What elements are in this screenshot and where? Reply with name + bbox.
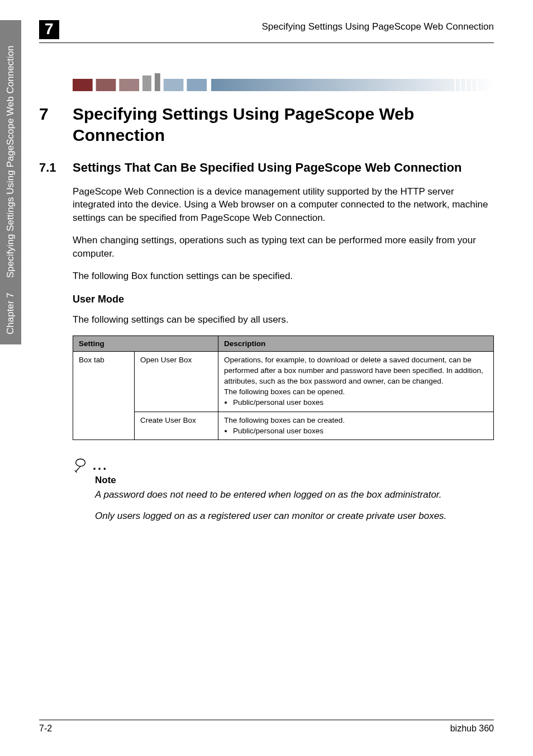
- section-title-text: Settings That Can Be Specified Using Pag…: [73, 160, 494, 176]
- cell-desc-open: Operations, for example, to download or …: [218, 352, 494, 412]
- svg-rect-3: [142, 75, 151, 91]
- gradient-bars-icon: [73, 73, 494, 91]
- desc-text-2a: The following boxes can be created.: [224, 416, 345, 424]
- note-icon-row: ...: [73, 457, 494, 474]
- cell-sub-create: Create User Box: [135, 412, 218, 440]
- bullet-item: Public/personal user boxes: [233, 426, 488, 437]
- decorative-bar: [73, 65, 494, 91]
- paragraph-1: PageScope Web Connection is a device man…: [73, 185, 494, 225]
- settings-table: Setting Description Box tab Open User Bo…: [73, 336, 494, 440]
- svg-rect-4: [155, 73, 160, 91]
- bullet-list-1: Public/personal user boxes: [233, 398, 488, 408]
- note-label: Note: [95, 475, 494, 486]
- note-block: ... Note A password does not need to be …: [73, 457, 494, 523]
- page-footer: 7-2 bizhub 360: [39, 720, 494, 734]
- bullet-list-2: Public/personal user boxes: [233, 426, 488, 437]
- svg-point-13: [76, 459, 85, 466]
- svg-rect-0: [73, 79, 93, 91]
- cell-sub-open: Open User Box: [135, 352, 218, 412]
- chapter-title-text: Specifying Settings Using PageScope Web …: [73, 103, 494, 145]
- note-dots: ...: [93, 460, 108, 474]
- footer-page-num: 7-2: [39, 724, 52, 734]
- svg-rect-7: [211, 79, 494, 91]
- cell-setting: Box tab: [73, 352, 135, 440]
- chapter-number: 7: [39, 103, 73, 125]
- note-text-1: A password does not need to be entered w…: [95, 488, 494, 502]
- svg-line-14: [76, 466, 80, 471]
- subhead-intro: The following settings can be specified …: [73, 313, 494, 327]
- paragraph-3: The following Box function settings can …: [73, 270, 494, 283]
- section-title: 7.1 Settings That Can Be Specified Using…: [73, 160, 494, 176]
- bullet-item: Public/personal user boxes: [233, 398, 488, 408]
- table-row: Box tab Open User Box Operations, for ex…: [73, 352, 494, 412]
- desc-text-1a: Operations, for example, to download or …: [224, 356, 483, 385]
- svg-rect-2: [119, 79, 139, 91]
- running-head: Specifying Settings Using PageScope Web …: [69, 20, 494, 32]
- paragraph-2: When changing settings, operations such …: [73, 234, 494, 261]
- note-text-2: Only users logged on as a registered use…: [95, 509, 494, 523]
- svg-rect-6: [187, 79, 207, 91]
- svg-rect-5: [164, 79, 184, 91]
- chapter-title: 7 Specifying Settings Using PageScope We…: [73, 103, 494, 145]
- th-setting: Setting: [73, 336, 218, 352]
- desc-text-1b: The following boxes can be opened.: [224, 388, 345, 396]
- page-number-badge: 7: [39, 20, 59, 39]
- table-header-row: Setting Description: [73, 336, 494, 352]
- subhead-user-mode: User Mode: [73, 294, 494, 305]
- svg-rect-1: [96, 79, 116, 91]
- cell-desc-create: The following boxes can be created. Publ…: [218, 412, 494, 440]
- footer-model: bizhub 360: [450, 724, 494, 734]
- header-rule: [39, 42, 494, 43]
- section-number: 7.1: [39, 160, 73, 176]
- table-row: Create User Box The following boxes can …: [73, 412, 494, 440]
- note-icon: [73, 457, 89, 474]
- th-description: Description: [218, 336, 494, 352]
- page-header: 7 Specifying Settings Using PageScope We…: [39, 20, 494, 39]
